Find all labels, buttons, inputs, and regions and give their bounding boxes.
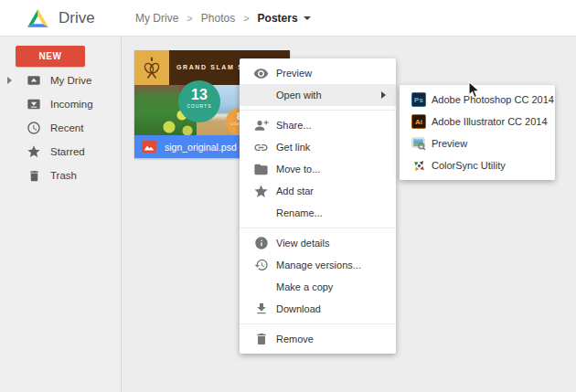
context-menu-section: View details Manage versions... Make a c…: [240, 228, 396, 323]
menu-item-label: Get link: [276, 142, 310, 153]
inbox-icon: [27, 97, 41, 111]
illustrator-icon: Ai: [411, 114, 426, 129]
sidebar-item-incoming[interactable]: Incoming: [0, 92, 121, 116]
menu-item-label: Manage versions...: [276, 260, 361, 270]
badge-number: 13: [178, 87, 220, 102]
submenu-item-label: Adobe Photoshop CC 2014: [432, 94, 554, 105]
sidebar: NEW My Drive Incoming: [0, 37, 122, 392]
context-menu-item-share[interactable]: Share...: [240, 114, 396, 136]
app-title: Drive: [59, 9, 95, 27]
context-menu-section: Share... Get link Move to...: [240, 110, 396, 228]
sidebar-item-label: Incoming: [50, 99, 93, 110]
sidebar-item-starred[interactable]: Starred: [0, 140, 121, 164]
preview-app-icon: [411, 136, 426, 151]
tennis-rackets-icon: [134, 50, 169, 85]
open-with-item-illustrator[interactable]: Ai Adobe Illustrator CC 2014: [400, 111, 555, 132]
star-icon: [253, 184, 269, 199]
photoshop-icon: Ps: [411, 92, 426, 107]
open-with-item-colorsync[interactable]: ColorSync Utility: [400, 154, 555, 176]
empty-icon-slot: [253, 280, 269, 295]
menu-item-label: Add star: [276, 185, 314, 196]
sidebar-item-label: Starred: [50, 146, 85, 157]
menu-item-label: Open with: [276, 90, 322, 101]
breadcrumb-separator-icon: >: [187, 13, 192, 24]
menu-item-label: View details: [276, 238, 330, 249]
eye-icon: [253, 66, 269, 81]
folder-icon: [253, 162, 269, 177]
breadcrumb: My Drive > Photos > Posters: [135, 0, 311, 37]
context-menu: Preview Open with Share...: [240, 58, 396, 354]
person-add-icon: [253, 118, 269, 133]
photoshop-badge: Ps: [411, 92, 426, 107]
download-icon: [253, 302, 269, 317]
context-menu-section: Preview Open with: [240, 58, 396, 110]
open-with-submenu: Ps Adobe Photoshop CC 2014 Ai Adobe Illu…: [400, 85, 555, 180]
sidebar-item-my-drive[interactable]: My Drive: [0, 69, 121, 92]
info-icon: [253, 236, 269, 251]
context-menu-item-preview[interactable]: Preview: [240, 62, 396, 84]
menu-item-label: Share...: [276, 120, 312, 131]
breadcrumb-posters-dropdown[interactable]: Posters: [258, 12, 311, 25]
sidebar-item-trash[interactable]: Trash: [0, 164, 121, 187]
context-menu-item-move-to[interactable]: Move to...: [240, 158, 396, 180]
context-menu-item-add-star[interactable]: Add star: [240, 180, 396, 202]
open-with-item-preview[interactable]: Preview: [400, 132, 555, 154]
chevron-down-icon: [304, 16, 311, 20]
sidebar-item-label: Recent: [50, 122, 83, 133]
drive-logo[interactable]: Drive: [27, 0, 95, 37]
submenu-item-label: ColorSync Utility: [432, 160, 506, 171]
context-menu-item-remove[interactable]: Remove: [240, 328, 396, 350]
empty-icon-slot: [253, 88, 269, 103]
menu-item-label: Make a copy: [276, 281, 333, 292]
drive-triangle-icon: [27, 9, 48, 27]
breadcrumb-separator-icon: >: [243, 13, 249, 24]
sidebar-item-recent[interactable]: Recent: [0, 116, 121, 140]
menu-item-label: Remove: [276, 334, 314, 344]
star-icon: [27, 144, 41, 159]
open-with-item-photoshop[interactable]: Ps Adobe Photoshop CC 2014: [400, 89, 555, 111]
breadcrumb-photos[interactable]: Photos: [201, 12, 235, 25]
submenu-arrow-icon: [381, 91, 386, 99]
new-button[interactable]: NEW: [16, 46, 85, 67]
badge-caption: COURTS: [178, 103, 220, 109]
context-menu-item-make-a-copy[interactable]: Make a copy: [240, 276, 396, 298]
app-header: Drive My Drive > Photos > Posters: [0, 0, 576, 37]
empty-icon-slot: [253, 206, 269, 221]
context-menu-item-rename[interactable]: Rename...: [240, 202, 396, 224]
context-menu-item-get-link[interactable]: Get link: [240, 136, 396, 158]
illustrator-badge: Ai: [411, 114, 426, 129]
menu-item-label: Rename...: [276, 207, 323, 218]
submenu-section: Ps Adobe Photoshop CC 2014 Ai Adobe Illu…: [400, 85, 555, 180]
breadcrumb-my-drive[interactable]: My Drive: [135, 12, 178, 25]
trash-icon: [27, 168, 41, 183]
link-icon: [253, 140, 269, 155]
submenu-item-label: Adobe Illustrator CC 2014: [432, 116, 548, 127]
breadcrumb-current-label: Posters: [258, 12, 298, 25]
clock-icon: [27, 121, 41, 135]
menu-item-label: Download: [276, 303, 321, 314]
submenu-item-label: Preview: [432, 138, 467, 149]
colorsync-icon: [411, 158, 426, 173]
history-icon: [253, 258, 269, 273]
sidebar-item-label: Trash: [50, 170, 77, 181]
context-menu-item-manage-versions[interactable]: Manage versions...: [240, 254, 396, 276]
context-menu-item-download[interactable]: Download: [240, 298, 396, 320]
sidebar-item-label: My Drive: [50, 75, 91, 86]
sidebar-nav: My Drive Incoming Recent: [0, 69, 121, 187]
image-file-icon: [142, 141, 156, 153]
menu-item-label: Move to...: [276, 164, 320, 175]
expander-arrow-icon[interactable]: [7, 77, 12, 84]
file-name: sign_original.psd: [165, 142, 237, 153]
trash-icon: [253, 332, 269, 347]
context-menu-section: Remove: [240, 323, 396, 354]
poster-badge-courts: 13 COURTS: [178, 80, 220, 122]
menu-item-label: Preview: [276, 68, 312, 79]
my-drive-icon: [27, 73, 41, 88]
context-menu-item-view-details[interactable]: View details: [240, 232, 396, 254]
context-menu-item-open-with[interactable]: Open with: [240, 84, 396, 106]
